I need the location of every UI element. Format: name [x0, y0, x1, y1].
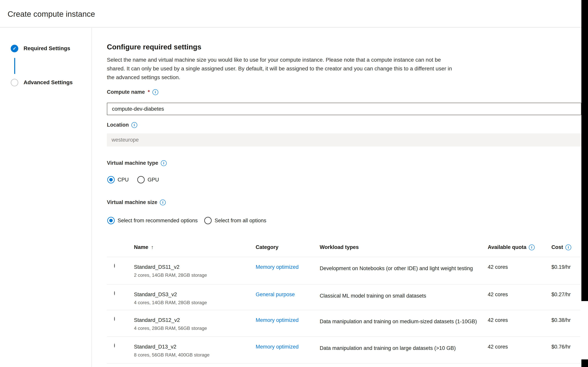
table-bottom-divider — [107, 363, 580, 364]
vm-type-gpu-label: GPU — [147, 177, 159, 183]
check-icon: ✓ — [13, 46, 16, 51]
section-heading: Configure required settings — [107, 43, 201, 51]
vm-size-label-row: Virtual machine size i — [107, 199, 166, 205]
wizard-step-required-settings[interactable]: Required Settings — [24, 45, 70, 51]
radio-unselected-icon[interactable] — [137, 176, 145, 184]
info-icon[interactable]: i — [565, 244, 571, 250]
vm-size-label: Virtual machine size — [107, 199, 157, 205]
info-icon[interactable]: i — [529, 244, 535, 250]
vm-size-recommended-label: Select from recommended options — [118, 218, 198, 224]
create-compute-instance-panel: Create compute instance ✓ Required Setti… — [0, 0, 588, 367]
category-link[interactable]: Memory optimized — [256, 344, 299, 350]
location-label-row: Location i — [107, 122, 137, 128]
vm-specs: 4 cores, 28GB RAM, 56GB storage — [134, 325, 256, 331]
required-asterisk: * — [148, 89, 150, 95]
screen-edge-black-band — [581, 359, 588, 367]
table-row: Standard_DS11_v2 2 cores, 14GB RAM, 28GB… — [107, 257, 580, 284]
info-icon[interactable]: i — [131, 122, 137, 128]
sidebar-divider — [92, 28, 92, 367]
vm-size-table: Name ↑ Category Workload types Available… — [107, 240, 580, 364]
radio-unselected-icon[interactable] — [204, 217, 212, 224]
screen-edge-black-band — [581, 0, 588, 301]
location-value: westeurope — [112, 137, 139, 143]
table-body: Standard_DS11_v2 2 cores, 14GB RAM, 28GB… — [107, 257, 580, 364]
workload-cell: Data manipulation and training on medium… — [320, 317, 488, 326]
radio-selected-icon[interactable] — [107, 176, 115, 184]
category-link[interactable]: General purpose — [256, 292, 295, 297]
vm-name: Standard_DS12_v2 — [134, 317, 256, 323]
column-header-available-quota: Available quota i — [488, 244, 551, 250]
vm-specs: 4 cores, 14GB RAM, 28GB storage — [134, 300, 256, 305]
table-row: Standard_DS3_v2 4 cores, 14GB RAM, 28GB … — [107, 284, 580, 310]
vm-specs: 2 cores, 14GB RAM, 28GB storage — [134, 273, 256, 278]
row-radio-button[interactable] — [114, 291, 115, 295]
table-header-row: Name ↑ Category Workload types Available… — [107, 240, 580, 257]
vm-name: Standard_DS3_v2 — [134, 292, 256, 298]
column-header-cost: Cost i — [551, 244, 580, 250]
category-link[interactable]: Memory optimized — [256, 264, 299, 270]
compute-name-label-row: Compute name* i — [107, 89, 158, 95]
vm-type-option-gpu[interactable]: GPU — [137, 176, 159, 184]
wizard-step-advanced-settings[interactable]: Advanced Settings — [24, 79, 73, 86]
vm-type-cpu-label: CPU — [118, 177, 129, 183]
row-radio-button[interactable] — [114, 264, 115, 268]
quota-cell: 42 cores — [488, 292, 551, 298]
vm-size-all-label: Select from all options — [215, 218, 266, 224]
cost-cell: $0.38/hr — [551, 317, 580, 323]
vm-specs: 8 cores, 56GB RAM, 400GB storage — [134, 352, 256, 358]
compute-name-label: Compute name — [107, 89, 145, 95]
vm-size-option-all[interactable]: Select from all options — [204, 217, 266, 224]
table-row: Standard_D13_v2 8 cores, 56GB RAM, 400GB… — [107, 336, 580, 363]
radio-selected-icon[interactable] — [107, 217, 115, 224]
vm-type-label: Virtual machine type — [107, 160, 158, 166]
step-connector-line — [14, 58, 15, 74]
cost-cell: $0.76/hr — [551, 344, 580, 350]
step-upcoming-circle-icon — [11, 79, 18, 86]
sort-ascending-icon: ↑ — [151, 244, 154, 250]
step-completed-icon: ✓ — [11, 45, 18, 52]
column-header-workload-types: Workload types — [320, 244, 488, 250]
compute-name-input[interactable] — [107, 103, 581, 115]
vm-size-radio-group: Select from recommended options Select f… — [107, 217, 266, 224]
category-link[interactable]: Memory optimized — [256, 317, 299, 323]
workload-cell: Development on Notebooks (or other IDE) … — [320, 264, 488, 273]
quota-cell: 42 cores — [488, 317, 551, 323]
cost-cell: $0.19/hr — [551, 264, 580, 270]
vm-name: Standard_D13_v2 — [134, 344, 256, 350]
quota-cell: 42 cores — [488, 344, 551, 350]
name-cell: Standard_DS12_v2 4 cores, 28GB RAM, 56GB… — [134, 317, 256, 331]
column-header-name[interactable]: Name ↑ — [134, 244, 256, 250]
cost-cell: $0.27/hr — [551, 292, 580, 298]
page-title: Create compute instance — [8, 10, 95, 18]
column-header-category: Category — [256, 244, 320, 250]
row-radio-button[interactable] — [114, 343, 115, 348]
info-icon[interactable]: i — [152, 89, 158, 95]
row-radio-button[interactable] — [114, 317, 115, 321]
vm-name: Standard_DS11_v2 — [134, 264, 256, 270]
vm-type-label-row: Virtual machine type i — [107, 160, 167, 166]
info-icon[interactable]: i — [161, 160, 167, 166]
vm-type-radio-group: CPU GPU — [107, 176, 159, 184]
workload-cell: Data manipulation and training on large … — [320, 344, 488, 352]
location-field-disabled: westeurope — [107, 133, 581, 146]
table-row: Standard_DS12_v2 4 cores, 28GB RAM, 56GB… — [107, 310, 580, 336]
info-icon[interactable]: i — [160, 200, 166, 205]
quota-cell: 42 cores — [488, 264, 551, 270]
section-description: Select the name and virtual machine size… — [107, 55, 455, 82]
name-cell: Standard_DS11_v2 2 cores, 14GB RAM, 28GB… — [134, 264, 256, 278]
name-cell: Standard_DS3_v2 4 cores, 14GB RAM, 28GB … — [134, 292, 256, 305]
name-cell: Standard_D13_v2 8 cores, 56GB RAM, 400GB… — [134, 344, 256, 358]
workload-cell: Classical ML model training on small dat… — [320, 292, 488, 300]
vm-size-option-recommended[interactable]: Select from recommended options — [107, 217, 198, 224]
vm-type-option-cpu[interactable]: CPU — [107, 176, 129, 184]
panel-header: Create compute instance — [0, 0, 581, 27]
location-label: Location — [107, 122, 129, 128]
